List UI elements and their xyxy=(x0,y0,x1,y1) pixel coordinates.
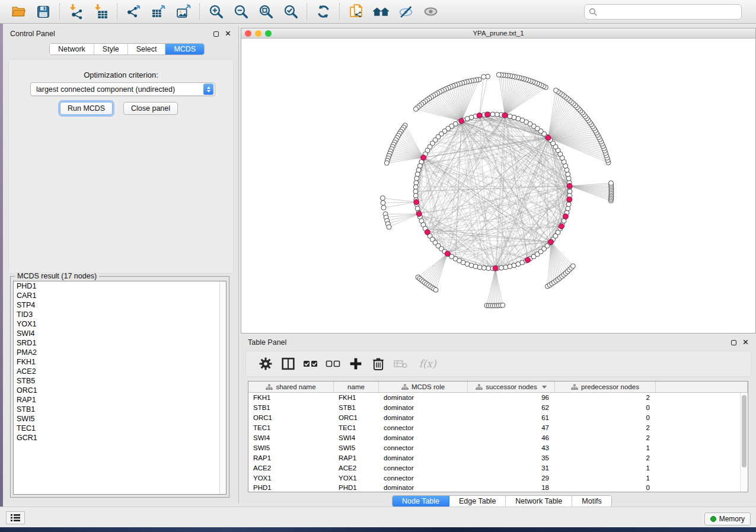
first-neighbors-button[interactable] xyxy=(368,2,393,22)
tab-edge-table[interactable]: Edge Table xyxy=(449,496,506,507)
float-panel-icon[interactable] xyxy=(731,340,736,345)
table-cell: ORC1 xyxy=(334,414,379,421)
mcds-result-item[interactable]: ORC1 xyxy=(14,386,226,395)
tab-motifs[interactable]: Motifs xyxy=(572,496,611,507)
show-all-button[interactable] xyxy=(418,2,443,22)
gear-icon xyxy=(259,357,272,370)
close-panel-button[interactable]: Close panel xyxy=(123,102,178,115)
table-delete-icon xyxy=(394,357,408,370)
toolbar-separator xyxy=(117,4,117,20)
column-header-shared-name[interactable]: shared name xyxy=(248,382,334,392)
apply-function-button[interactable]: f(x) xyxy=(412,353,443,374)
zoom-selected-button[interactable] xyxy=(278,2,303,22)
mcds-result-item[interactable]: PHD1 xyxy=(14,281,226,291)
float-panel-icon[interactable] xyxy=(213,31,219,37)
table-cell: TEC1 xyxy=(248,424,334,431)
show-columns-button[interactable] xyxy=(277,353,299,374)
export-network-button[interactable] xyxy=(121,2,146,22)
mcds-result-item[interactable]: TEC1 xyxy=(14,424,226,433)
search-input[interactable] xyxy=(598,8,741,16)
deselect-all-button[interactable] xyxy=(322,353,344,374)
mcds-result-item[interactable]: RAP1 xyxy=(14,395,226,405)
clone-network-button[interactable] xyxy=(343,2,368,22)
table-cell: 96 xyxy=(468,394,555,401)
mcds-result-item[interactable]: PMA2 xyxy=(14,348,226,357)
column-header-predecessor-nodes[interactable]: predecessor nodes xyxy=(555,382,656,392)
close-panel-icon[interactable]: ✕ xyxy=(225,31,231,37)
table-cell: 0 xyxy=(555,414,656,421)
hide-selected-button[interactable] xyxy=(393,2,418,22)
import-table-icon xyxy=(93,4,109,20)
import-table-button[interactable] xyxy=(88,2,113,22)
open-folder-icon xyxy=(11,4,27,20)
tab-network[interactable]: Network xyxy=(50,44,94,55)
table-row[interactable]: YOX1YOX1connector291 xyxy=(248,473,748,483)
import-network-button[interactable] xyxy=(63,2,88,22)
mcds-result-item[interactable]: FKH1 xyxy=(14,357,226,367)
save-session-button[interactable] xyxy=(31,2,56,22)
table-row[interactable]: STB1STB1dominator620 xyxy=(248,403,748,413)
table-row[interactable]: ORC1ORC1dominator610 xyxy=(248,413,748,423)
mcds-result-item[interactable]: YOX1 xyxy=(14,319,226,329)
tab-mcds[interactable]: MCDS xyxy=(165,44,204,55)
mcds-result-item[interactable]: STB5 xyxy=(14,376,226,386)
zoom-in-button[interactable] xyxy=(203,2,228,22)
tab-select[interactable]: Select xyxy=(128,44,166,55)
mcds-result-item[interactable]: CAR1 xyxy=(14,291,226,300)
zoom-out-button[interactable] xyxy=(228,2,253,22)
table-cell: 31 xyxy=(468,464,555,472)
export-table-button[interactable] xyxy=(146,2,171,22)
mcds-result-item[interactable]: SRD1 xyxy=(14,338,226,348)
search-box[interactable] xyxy=(584,4,742,20)
export-image-button[interactable] xyxy=(171,2,196,22)
optimization-criterion-label: Optimization criterion: xyxy=(9,70,233,79)
network-canvas[interactable] xyxy=(241,39,755,333)
run-mcds-button[interactable]: Run MCDS xyxy=(60,102,113,115)
mcds-result-list[interactable]: PHD1CAR1STP4TID3YOX1SWI4SRD1PMA2FKH1ACE2… xyxy=(13,281,227,495)
network-window-titlebar[interactable]: YPA_prune.txt_1 xyxy=(241,28,755,39)
criterion-dropdown[interactable]: largest connected component (undirected) xyxy=(30,82,215,96)
mcds-result-item[interactable]: STB1 xyxy=(14,405,226,414)
add-column-button[interactable] xyxy=(344,353,367,374)
tab-network-table[interactable]: Network Table xyxy=(506,496,572,507)
mcds-result-item[interactable]: TID3 xyxy=(14,310,226,319)
node-table[interactable]: shared namenameMCDS rolesuccessor nodesp… xyxy=(248,381,748,492)
table-row[interactable]: TEC1TEC1connector472 xyxy=(248,423,748,433)
refresh-view-button[interactable] xyxy=(311,2,336,22)
zoom-fit-button[interactable] xyxy=(253,2,278,22)
task-history-button[interactable] xyxy=(6,511,25,524)
tab-node-table[interactable]: Node Table xyxy=(393,496,449,507)
table-cell: ACE2 xyxy=(334,464,379,472)
result-list-scrollbar[interactable] xyxy=(219,281,226,494)
column-header-successor-nodes[interactable]: successor nodes xyxy=(468,382,555,392)
table-settings-button[interactable] xyxy=(254,353,277,374)
table-row[interactable]: PHD1PHD1dominator180 xyxy=(248,483,748,493)
table-row[interactable]: FKH1FKH1dominator962 xyxy=(248,393,748,403)
mcds-result-item[interactable]: SWI4 xyxy=(14,329,226,338)
column-header-name[interactable]: name xyxy=(334,382,379,392)
table-row[interactable]: SWI4SWI4dominator462 xyxy=(248,433,748,443)
mcds-result-item[interactable]: GCR1 xyxy=(14,433,226,443)
memory-button[interactable]: Memory xyxy=(704,512,751,525)
delete-table-button[interactable] xyxy=(390,353,412,374)
select-all-button[interactable] xyxy=(299,353,322,374)
plus-icon xyxy=(349,357,362,370)
column-label: successor nodes xyxy=(486,383,537,390)
column-header-MCDS-role[interactable]: MCDS role xyxy=(379,382,468,392)
table-row[interactable]: SWI5SWI5connector431 xyxy=(248,443,748,453)
table-row[interactable]: ACE2ACE2connector311 xyxy=(248,463,748,473)
columns-icon xyxy=(282,357,295,370)
mcds-result-item[interactable]: SWI5 xyxy=(14,414,226,424)
open-session-button[interactable] xyxy=(6,2,31,22)
table-cell: 47 xyxy=(468,424,555,431)
close-panel-icon[interactable]: ✕ xyxy=(742,339,749,345)
network-view-window: YPA_prune.txt_1 xyxy=(241,28,756,334)
table-row[interactable]: RAP1RAP1dominator352 xyxy=(248,453,748,463)
tab-style[interactable]: Style xyxy=(94,44,128,55)
table-cell: FKH1 xyxy=(248,394,334,401)
table-scrollbar[interactable] xyxy=(740,393,748,492)
table-scrollbar-thumb[interactable] xyxy=(742,395,747,467)
mcds-result-item[interactable]: ACE2 xyxy=(14,367,226,376)
mcds-result-item[interactable]: STP4 xyxy=(14,300,226,310)
delete-column-button[interactable] xyxy=(367,353,390,374)
